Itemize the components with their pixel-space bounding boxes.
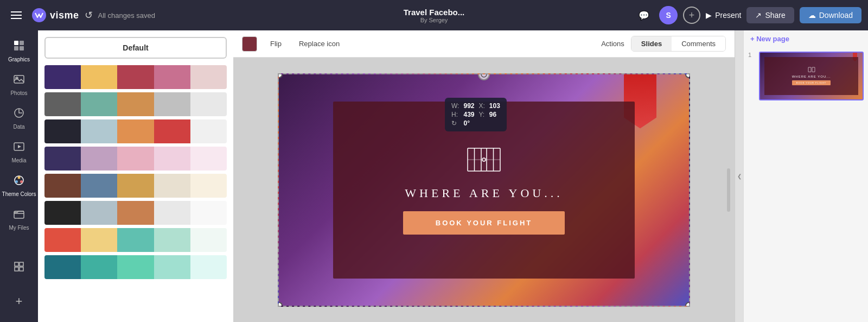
sidebar-item-photos[interactable]: Photos xyxy=(2,68,36,101)
scroll-handle[interactable] xyxy=(727,168,730,212)
color-swatch[interactable] xyxy=(190,201,227,225)
sidebar-item-my-files[interactable]: My Files xyxy=(2,203,36,236)
photos-icon xyxy=(13,73,25,88)
hamburger-icon xyxy=(11,11,22,19)
color-swatch[interactable] xyxy=(117,228,154,252)
hamburger-menu-button[interactable] xyxy=(7,5,26,25)
project-title[interactable]: Travel Facebo... xyxy=(404,8,465,17)
color-swatch[interactable] xyxy=(44,174,81,198)
main-layout: Graphics Photos Data xyxy=(0,30,868,322)
svg-rect-18 xyxy=(20,267,23,271)
color-swatch[interactable] xyxy=(154,201,190,225)
color-swatch[interactable] xyxy=(81,255,117,279)
color-swatch[interactable] xyxy=(154,174,190,198)
color-swatch[interactable] xyxy=(44,92,81,116)
new-page-button[interactable]: + New page xyxy=(744,30,868,47)
color-palette-6[interactable] xyxy=(44,228,227,252)
color-swatch[interactable] xyxy=(117,119,154,143)
color-swatch[interactable] xyxy=(190,228,227,252)
comments-icon-button[interactable]: 💬 xyxy=(634,5,654,25)
comments-tab[interactable]: Comments xyxy=(672,36,725,51)
color-swatch[interactable] xyxy=(154,147,190,171)
color-swatch[interactable] xyxy=(81,201,117,225)
color-swatch[interactable] xyxy=(117,174,154,198)
selection-handle-top-left[interactable] xyxy=(278,73,283,78)
color-swatch[interactable] xyxy=(117,65,154,89)
share-button[interactable]: ↗ Share xyxy=(746,7,794,23)
avatar-button[interactable]: S xyxy=(659,6,678,24)
color-picker-swatch[interactable] xyxy=(242,36,257,52)
color-swatch[interactable] xyxy=(44,255,81,279)
color-swatch[interactable] xyxy=(44,228,81,252)
download-button[interactable]: ☁ Download xyxy=(800,7,861,23)
logo: visme xyxy=(31,8,79,23)
color-swatch[interactable] xyxy=(154,92,190,116)
svg-rect-3 xyxy=(14,46,18,50)
svg-rect-28 xyxy=(808,67,811,72)
add-collaborator-button[interactable]: + xyxy=(683,7,700,24)
rotate-handle[interactable] xyxy=(478,73,490,80)
sidebar-item-theme-colors[interactable]: Theme Colors xyxy=(2,169,36,202)
color-swatch[interactable] xyxy=(81,92,117,116)
color-swatch[interactable] xyxy=(117,147,154,171)
color-palette-7[interactable] xyxy=(44,255,227,279)
selection-handle-bottom-left[interactable] xyxy=(278,302,283,307)
color-swatch[interactable] xyxy=(154,119,190,143)
slides-tab[interactable]: Slides xyxy=(631,36,672,51)
color-swatch[interactable] xyxy=(44,119,81,143)
collapse-panel-button[interactable]: ❮ xyxy=(735,30,743,322)
selection-handle-top-right[interactable] xyxy=(685,73,690,78)
canvas-workspace[interactable]: W: 992 X: 103 H: 439 Y: 96 ↻ 0° xyxy=(233,58,735,322)
default-theme-button[interactable]: Default xyxy=(44,37,227,59)
color-swatch[interactable] xyxy=(81,228,117,252)
theme-colors-icon xyxy=(13,174,25,189)
color-palette-4[interactable] xyxy=(44,174,227,198)
toolbar-actions: Actions Slides Comments xyxy=(601,36,726,52)
color-swatch[interactable] xyxy=(44,147,81,171)
visme-logo-icon xyxy=(31,8,47,23)
flip-button[interactable]: Flip xyxy=(266,37,286,50)
slide-thumb-text: WHERE ARE YOU... xyxy=(792,75,831,78)
svg-rect-15 xyxy=(15,262,18,266)
color-palette-2[interactable] xyxy=(44,119,227,143)
color-swatch[interactable] xyxy=(190,65,227,89)
sidebar-item-media[interactable]: Media xyxy=(2,136,36,168)
color-swatch[interactable] xyxy=(81,174,117,198)
book-flight-button[interactable]: BOOK YOUR FLIGHT xyxy=(403,211,565,235)
present-button[interactable]: ▶ Present xyxy=(706,11,741,20)
color-palette-1[interactable] xyxy=(44,92,227,116)
color-swatch[interactable] xyxy=(117,201,154,225)
sidebar-item-data[interactable]: Data xyxy=(2,102,36,135)
color-swatch[interactable] xyxy=(81,147,117,171)
color-swatch[interactable] xyxy=(190,174,227,198)
slide-thumbnail[interactable]: WHERE ARE YOU... BOOK YOUR FLIGHT xyxy=(759,52,864,100)
color-swatch[interactable] xyxy=(190,255,227,279)
undo-button[interactable]: ↺ xyxy=(85,9,93,21)
color-swatch[interactable] xyxy=(117,92,154,116)
sidebar-media-label: Media xyxy=(11,157,26,163)
actions-label: Actions xyxy=(601,40,624,48)
w-label: W: xyxy=(451,102,459,110)
color-swatch[interactable] xyxy=(154,255,190,279)
color-swatch[interactable] xyxy=(44,201,81,225)
color-swatch[interactable] xyxy=(190,119,227,143)
color-swatch[interactable] xyxy=(154,228,190,252)
color-swatch[interactable] xyxy=(81,119,117,143)
selection-handle-bottom-right[interactable] xyxy=(685,302,690,307)
color-palette-3[interactable] xyxy=(44,147,227,171)
color-swatch[interactable] xyxy=(154,65,190,89)
sidebar-add-button[interactable]: + xyxy=(2,285,36,318)
sidebar-item-shapes[interactable] xyxy=(2,251,36,284)
saved-status: All changes saved xyxy=(98,11,156,20)
color-swatch[interactable] xyxy=(190,147,227,171)
color-swatch[interactable] xyxy=(81,65,117,89)
color-swatch[interactable] xyxy=(44,65,81,89)
color-swatch[interactable] xyxy=(117,255,154,279)
sidebar-item-graphics[interactable]: Graphics xyxy=(2,35,36,67)
replace-icon-button[interactable]: Replace icon xyxy=(295,37,344,50)
color-palette-5[interactable] xyxy=(44,201,227,225)
where-are-you-text: WHERE ARE YOU... xyxy=(405,186,563,200)
color-swatch[interactable] xyxy=(190,92,227,116)
map-icon xyxy=(465,146,503,175)
color-palette-0[interactable] xyxy=(44,65,227,89)
